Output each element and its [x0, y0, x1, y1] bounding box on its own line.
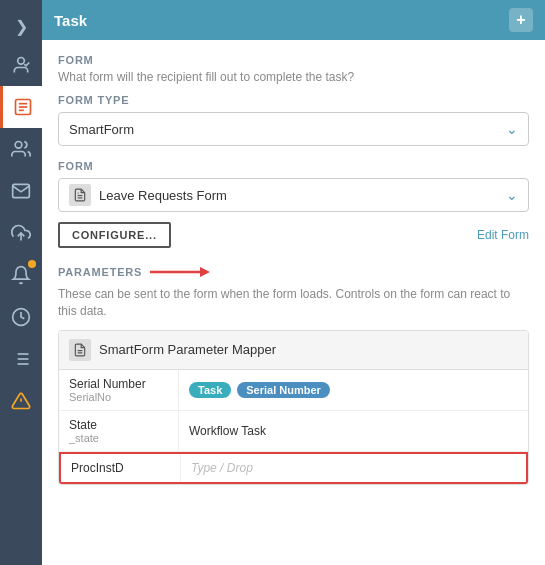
page-title: Task	[54, 12, 87, 29]
sidebar: ❯	[0, 0, 42, 565]
form-section-label: FORM	[58, 54, 529, 66]
mapper-right-procinst[interactable]: Type / Drop	[181, 454, 526, 482]
envelope-icon	[11, 181, 31, 201]
form-dropdown-left: Leave Requests Form	[69, 184, 227, 206]
form-dropdown[interactable]: Leave Requests Form ⌄	[58, 178, 529, 212]
tag-task: Task	[189, 382, 231, 398]
sidebar-item-user-check[interactable]	[0, 44, 42, 86]
form-type-chevron: ⌄	[506, 121, 518, 137]
chevron-right-icon: ❯	[15, 17, 28, 36]
content-area: FORM What form will the recipient fill o…	[42, 40, 545, 565]
configure-button[interactable]: CONFIGURE...	[58, 222, 171, 248]
param-sub-state: _state	[69, 432, 168, 444]
warning-icon	[11, 391, 31, 411]
parameters-label: PARAMETERS	[58, 266, 142, 278]
form-chevron: ⌄	[506, 187, 518, 203]
add-button[interactable]: +	[509, 8, 533, 32]
bell-icon	[11, 265, 31, 285]
upload-icon	[11, 223, 31, 243]
bell-badge	[28, 260, 36, 268]
sidebar-item-warning[interactable]	[0, 380, 42, 422]
parameters-label-row: PARAMETERS	[58, 264, 529, 280]
mapper-header-icon	[69, 339, 91, 361]
param-name-state: State	[69, 418, 168, 432]
table-row: State _state Workflow Task	[59, 411, 528, 452]
header: Task +	[42, 0, 545, 40]
sidebar-item-upload[interactable]	[0, 212, 42, 254]
tag-serial-number: Serial Number	[237, 382, 330, 398]
user-check-icon	[11, 55, 31, 75]
mapper-title: SmartForm Parameter Mapper	[99, 342, 276, 357]
mapper-left-state: State _state	[59, 411, 179, 451]
form-type-label: FORM TYPE	[58, 94, 529, 106]
svg-point-0	[18, 58, 25, 65]
sidebar-item-envelope[interactable]	[0, 170, 42, 212]
mapper-header: SmartForm Parameter Mapper	[59, 331, 528, 370]
form-label: FORM	[58, 160, 529, 172]
configure-row: CONFIGURE... Edit Form	[58, 222, 529, 248]
svg-point-5	[15, 142, 22, 149]
form-type-value: SmartForm	[69, 122, 134, 137]
sidebar-item-users[interactable]	[0, 128, 42, 170]
form-type-dropdown[interactable]: SmartForm ⌄	[58, 112, 529, 146]
state-value: Workflow Task	[189, 424, 266, 438]
param-name-procinst: ProcInstD	[71, 461, 170, 475]
plus-icon: +	[516, 11, 525, 29]
mapper-right-serial: Task Serial Number	[179, 370, 528, 410]
sidebar-item-clock[interactable]	[0, 296, 42, 338]
forms-icon	[13, 97, 33, 117]
sidebar-item-list[interactable]	[0, 338, 42, 380]
mapper-left-procinst: ProcInstD	[61, 454, 181, 482]
param-name-serial: Serial Number	[69, 377, 168, 391]
parameters-arrow-icon	[150, 264, 210, 280]
procinst-placeholder: Type / Drop	[191, 461, 253, 475]
users-icon	[11, 139, 31, 159]
main-panel: Task + FORM What form will the recipient…	[42, 0, 545, 565]
parameters-desc: These can be sent to the form when the f…	[58, 286, 529, 320]
svg-marker-19	[200, 267, 210, 277]
mapper-left-serial: Serial Number SerialNo	[59, 370, 179, 410]
table-row: Serial Number SerialNo Task Serial Numbe…	[59, 370, 528, 411]
form-doc-icon	[69, 184, 91, 206]
form-value: Leave Requests Form	[99, 188, 227, 203]
list-icon	[11, 349, 31, 369]
mapper-right-state: Workflow Task	[179, 411, 528, 451]
sidebar-item-forms[interactable]	[0, 86, 42, 128]
edit-form-link[interactable]: Edit Form	[477, 228, 529, 242]
mapper-box: SmartForm Parameter Mapper Serial Number…	[58, 330, 529, 485]
sidebar-toggle[interactable]: ❯	[0, 8, 42, 44]
sidebar-item-bell[interactable]	[0, 254, 42, 296]
form-section-desc: What form will the recipient fill out to…	[58, 70, 529, 84]
param-sub-serial: SerialNo	[69, 391, 168, 403]
table-row[interactable]: ProcInstD Type / Drop	[59, 452, 528, 484]
clock-icon	[11, 307, 31, 327]
